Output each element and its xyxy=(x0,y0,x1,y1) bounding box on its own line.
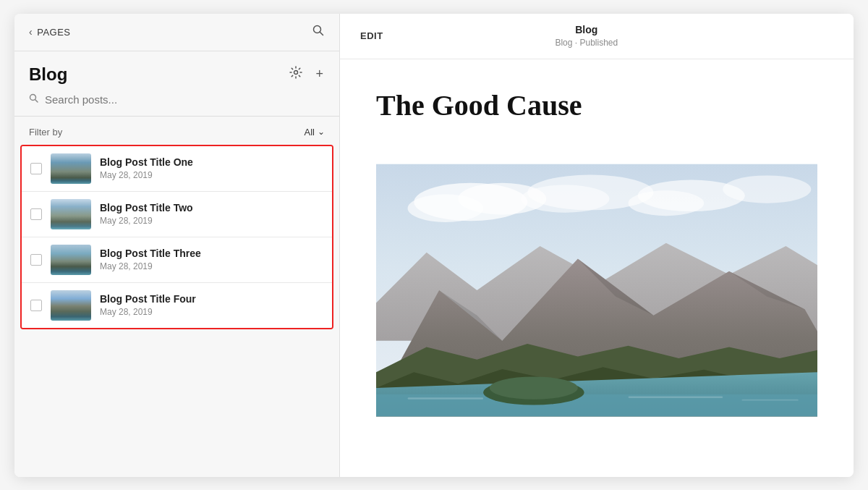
search-bar xyxy=(29,93,325,106)
search-bar-wrapper xyxy=(14,93,339,117)
post-date: May 28, 2019 xyxy=(100,216,323,226)
content-panel: EDIT Blog Blog · Published The Good Caus… xyxy=(340,14,854,477)
sidebar-title: Blog xyxy=(29,64,67,85)
list-item[interactable]: Blog Post Title Four May 28, 2019 xyxy=(22,283,332,328)
svg-point-10 xyxy=(521,185,609,212)
filter-label: Filter by xyxy=(29,127,62,138)
svg-point-13 xyxy=(723,175,811,203)
add-post-button[interactable]: + xyxy=(314,65,325,83)
svg-point-2 xyxy=(294,71,298,75)
svg-rect-25 xyxy=(629,396,723,398)
search-icon xyxy=(29,93,39,106)
post-thumbnail xyxy=(51,290,91,321)
list-item[interactable]: Blog Post Title Three May 28, 2019 xyxy=(22,237,332,283)
blog-featured-image xyxy=(376,145,817,435)
blog-title: The Good Cause xyxy=(376,88,817,122)
chevron-left-icon: ‹ xyxy=(29,26,33,38)
post-info: Blog Post Title Four May 28, 2019 xyxy=(100,293,323,317)
content-body: The Good Cause xyxy=(340,59,854,477)
sidebar-top-bar: ‹ PAGES xyxy=(14,14,339,51)
search-icon[interactable] xyxy=(312,24,325,41)
post-checkbox[interactable] xyxy=(30,254,42,266)
post-thumbnail xyxy=(51,199,91,229)
settings-button[interactable] xyxy=(288,64,304,84)
svg-point-28 xyxy=(490,376,578,399)
list-item[interactable]: Blog Post Title One May 28, 2019 xyxy=(22,146,332,192)
svg-line-4 xyxy=(35,99,38,102)
posts-list: Blog Post Title One May 28, 2019 Blog Po… xyxy=(14,145,339,477)
svg-rect-23 xyxy=(408,397,484,400)
svg-line-1 xyxy=(320,32,323,35)
app-container: ‹ PAGES Blog + xyxy=(14,14,854,477)
post-info: Blog Post Title Two May 28, 2019 xyxy=(100,202,323,226)
post-info: Blog Post Title Three May 28, 2019 xyxy=(100,248,323,271)
post-thumbnail xyxy=(51,153,91,184)
search-input[interactable] xyxy=(45,93,325,106)
post-date: May 28, 2019 xyxy=(100,261,323,271)
svg-point-12 xyxy=(629,190,705,216)
post-title: Blog Post Title Four xyxy=(100,293,323,305)
post-checkbox[interactable] xyxy=(30,300,42,311)
post-date: May 28, 2019 xyxy=(100,170,323,180)
filter-value: All xyxy=(305,127,315,138)
post-info: Blog Post Title One May 28, 2019 xyxy=(100,156,323,180)
chevron-down-icon: ⌄ xyxy=(318,127,325,137)
back-to-pages-button[interactable]: ‹ PAGES xyxy=(29,26,71,38)
post-title: Blog Post Title One xyxy=(100,156,323,168)
list-item[interactable]: Blog Post Title Two May 28, 2019 xyxy=(22,192,332,237)
posts-list-highlighted: Blog Post Title One May 28, 2019 Blog Po… xyxy=(20,145,333,329)
post-thumbnail xyxy=(51,245,91,275)
page-path: Blog · Published xyxy=(555,38,618,48)
post-date: May 28, 2019 xyxy=(100,307,323,317)
back-label: PAGES xyxy=(37,27,70,38)
sidebar-header: Blog + xyxy=(14,51,339,93)
post-title: Blog Post Title Three xyxy=(100,248,323,259)
content-top-bar: EDIT Blog Blog · Published xyxy=(340,14,854,59)
filter-dropdown[interactable]: All ⌄ xyxy=(305,127,325,138)
mountain-scene-svg xyxy=(376,145,817,435)
post-checkbox[interactable] xyxy=(30,208,42,220)
header-actions: + xyxy=(288,64,325,84)
breadcrumb: Blog Blog · Published xyxy=(555,24,618,48)
filter-row: Filter by All ⌄ xyxy=(14,117,339,145)
post-checkbox[interactable] xyxy=(30,163,42,174)
sidebar: ‹ PAGES Blog + xyxy=(14,14,340,477)
page-name: Blog xyxy=(555,24,618,35)
edit-label[interactable]: EDIT xyxy=(360,30,383,41)
svg-rect-26 xyxy=(741,399,798,400)
post-title: Blog Post Title Two xyxy=(100,202,323,214)
